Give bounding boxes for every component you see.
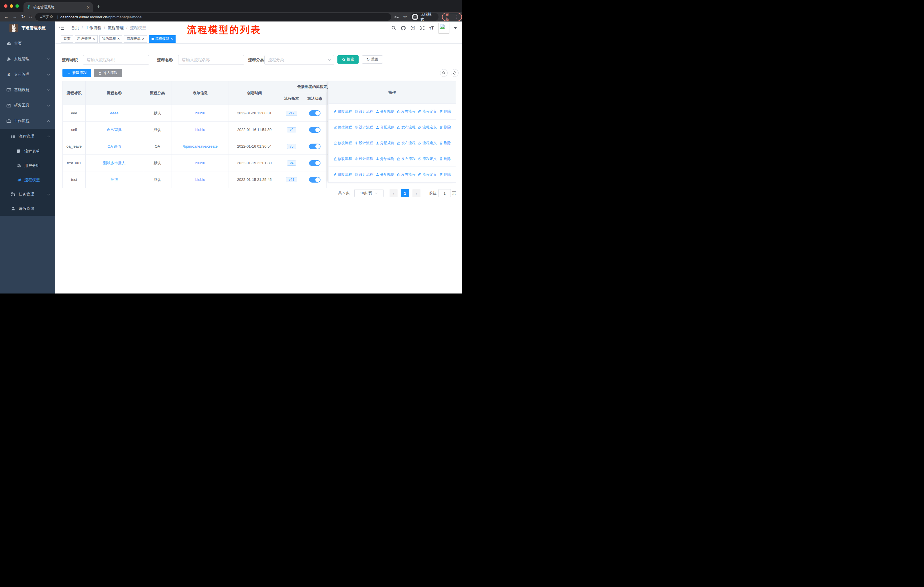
maximize-window-button[interactable]: [15, 4, 19, 8]
font-size-icon[interactable]: TT: [429, 25, 434, 31]
modify-process-link[interactable]: 修改流程: [333, 172, 352, 177]
active-toggle[interactable]: [309, 127, 320, 133]
modify-process-link[interactable]: 修改流程: [333, 109, 352, 114]
close-icon[interactable]: ✕: [92, 37, 95, 41]
process-name-link[interactable]: 滔博: [111, 177, 118, 182]
sidebar-logo[interactable]: 芋道管理系统: [0, 21, 55, 35]
security-warning[interactable]: ▲! 不安全 |: [39, 15, 60, 20]
assign-rule-link[interactable]: 分配规则: [376, 109, 394, 114]
sidebar-item-system[interactable]: 系统管理: [0, 51, 55, 67]
password-key-icon[interactable]: [394, 15, 399, 20]
process-definition-link[interactable]: 流程定义: [418, 157, 437, 161]
form-info-link[interactable]: biubiu: [195, 161, 205, 165]
breadcrumb-home[interactable]: 首页: [71, 25, 79, 31]
process-name-link[interactable]: 自己审批: [107, 127, 122, 132]
process-definition-link[interactable]: 流程定义: [418, 109, 437, 114]
sidebar-item-leave-query[interactable]: 请假查询: [0, 202, 55, 216]
process-definition-link[interactable]: 流程定义: [418, 125, 437, 130]
publish-process-link[interactable]: 发布流程: [397, 172, 416, 177]
publish-process-link[interactable]: 发布流程: [397, 157, 416, 161]
breadcrumb-workflow[interactable]: 工作流程: [85, 25, 101, 31]
browser-tab[interactable]: 芋道管理系统 ✕: [23, 2, 93, 12]
modify-process-link[interactable]: 修改流程: [333, 141, 352, 146]
category-select[interactable]: 流程分类: [264, 55, 334, 65]
close-icon[interactable]: ✕: [142, 37, 144, 41]
design-process-link[interactable]: 设计流程: [355, 141, 373, 146]
reset-button[interactable]: ↻ 重置: [362, 55, 383, 64]
design-process-link[interactable]: 设计流程: [355, 157, 373, 161]
tab-close-icon[interactable]: ✕: [86, 5, 90, 10]
sidebar-item-process-form[interactable]: 流程表单: [0, 144, 55, 159]
close-icon[interactable]: ✕: [170, 37, 173, 41]
current-page[interactable]: 1: [401, 189, 409, 197]
address-bar[interactable]: ▲! 不安全 | dashboard.yudao.iocoder.cn /bpm…: [35, 13, 391, 21]
tag-my-process[interactable]: 我的流程✕: [99, 35, 122, 43]
sidebar-item-devtools[interactable]: 研发工具: [0, 98, 55, 113]
active-toggle[interactable]: [309, 177, 320, 183]
active-toggle[interactable]: [309, 160, 320, 166]
sidebar-item-task-mgmt[interactable]: 任务管理: [0, 187, 55, 202]
breadcrumb-process-mgmt[interactable]: 流程管理: [108, 25, 124, 31]
process-name-link[interactable]: 测试多审批人: [103, 161, 125, 165]
process-definition-link[interactable]: 流程定义: [418, 172, 437, 177]
back-icon[interactable]: ←: [4, 15, 8, 19]
tag-process-model[interactable]: 流程模型✕: [149, 35, 176, 43]
process-name-input[interactable]: 请输入流程名称: [178, 55, 244, 65]
process-name-link[interactable]: OA 请假: [107, 144, 121, 149]
import-process-button[interactable]: 导入流程: [94, 69, 122, 77]
avatar[interactable]: [439, 23, 449, 33]
bookmark-star-icon[interactable]: ☆: [403, 15, 407, 19]
toggle-search-icon[interactable]: [440, 69, 448, 77]
prev-page-button[interactable]: ‹: [389, 189, 398, 197]
sidebar-item-process-model[interactable]: 流程模型: [0, 173, 55, 187]
close-icon[interactable]: ✕: [117, 37, 120, 41]
refresh-table-icon[interactable]: [451, 69, 459, 77]
publish-process-link[interactable]: 发布流程: [397, 125, 416, 130]
github-icon[interactable]: [401, 25, 406, 31]
process-id-input[interactable]: 请输入流程标识: [83, 55, 149, 65]
reload-icon[interactable]: ↻: [21, 15, 25, 19]
create-process-button[interactable]: ＋ 新建流程: [63, 69, 91, 77]
assign-rule-link[interactable]: 分配规则: [376, 157, 394, 161]
next-page-button[interactable]: ›: [412, 189, 421, 197]
update-menu[interactable]: 更新 ⋮: [442, 13, 462, 21]
active-toggle[interactable]: [309, 110, 320, 116]
design-process-link[interactable]: 设计流程: [355, 172, 373, 177]
search-icon[interactable]: [391, 25, 396, 30]
form-info-link[interactable]: biubiu: [195, 177, 205, 182]
assign-rule-link[interactable]: 分配规则: [376, 172, 394, 177]
form-info-link[interactable]: /bpm/oa/leave/create: [183, 144, 218, 149]
close-window-button[interactable]: [4, 4, 7, 8]
process-name-link[interactable]: eeee: [110, 111, 119, 115]
assign-rule-link[interactable]: 分配规则: [376, 125, 394, 130]
publish-process-link[interactable]: 发布流程: [397, 141, 416, 146]
help-icon[interactable]: ?: [411, 25, 415, 30]
search-button[interactable]: 搜索: [337, 55, 359, 64]
sidebar-item-process-mgmt[interactable]: 流程管理: [0, 129, 55, 144]
avatar-caret-icon[interactable]: [454, 27, 457, 29]
new-tab-button[interactable]: +: [97, 3, 100, 9]
delete-link[interactable]: 删除: [439, 109, 451, 114]
tag-tenant[interactable]: 租户管理✕: [75, 35, 98, 43]
assign-rule-link[interactable]: 分配规则: [376, 141, 394, 146]
fold-sidebar-icon[interactable]: [59, 25, 64, 30]
publish-process-link[interactable]: 发布流程: [397, 109, 416, 114]
delete-link[interactable]: 删除: [439, 141, 451, 146]
form-info-link[interactable]: biubiu: [195, 127, 205, 132]
modify-process-link[interactable]: 修改流程: [333, 125, 352, 130]
tag-process-form[interactable]: 流程表单✕: [124, 35, 147, 43]
active-toggle[interactable]: [309, 144, 320, 149]
delete-link[interactable]: 删除: [439, 125, 451, 130]
page-size-select[interactable]: 10条/页: [354, 189, 383, 197]
sidebar-item-user-group[interactable]: 用户分组: [0, 159, 55, 173]
design-process-link[interactable]: 设计流程: [355, 125, 373, 130]
sidebar-item-workflow[interactable]: 工作流程: [0, 113, 55, 129]
forward-icon[interactable]: →: [13, 15, 17, 19]
fullscreen-icon[interactable]: [420, 25, 425, 30]
sidebar-item-home[interactable]: 首页: [0, 36, 55, 51]
delete-link[interactable]: 删除: [439, 157, 451, 161]
modify-process-link[interactable]: 修改流程: [333, 157, 352, 161]
design-process-link[interactable]: 设计流程: [355, 109, 373, 114]
tag-home[interactable]: 首页: [61, 35, 73, 43]
delete-link[interactable]: 删除: [439, 172, 451, 177]
